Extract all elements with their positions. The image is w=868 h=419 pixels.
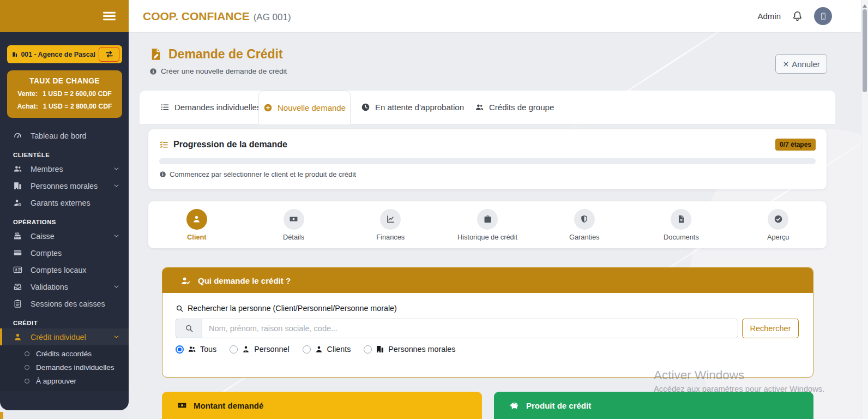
sidebar-item-credit-individuel[interactable]: Crédit individuel (0, 328, 129, 345)
search-label: Rechercher la personne (Client/Personnel… (188, 304, 397, 313)
filter-label: Personnel (254, 345, 289, 354)
tab-credits-de-groupe[interactable]: Crédits de groupe (475, 91, 554, 124)
tab-label: En attente d'approbation (375, 103, 464, 112)
step-garanties[interactable]: Garanties (536, 209, 633, 241)
product-card-header: Produit de crédit (494, 392, 813, 419)
sidebar-item-caisse[interactable]: Caisse (0, 228, 129, 244)
submenu-item-a-approuver[interactable]: À approuver (0, 374, 129, 388)
submenu-item-label: À approuver (36, 377, 76, 385)
inbox-check-icon (13, 282, 22, 291)
submenu-item-credits-accordes[interactable]: Crédits accordés (0, 347, 129, 361)
windows-watermark-subtitle: Accédez aux paramètres pour activer Wind… (654, 385, 824, 393)
step-client[interactable]: Client (148, 209, 245, 241)
radio-checked-icon[interactable] (176, 345, 184, 354)
sidebar-item-comptes[interactable]: Comptes (0, 244, 129, 261)
amount-card-title: Montant demandé (194, 401, 263, 410)
step-details[interactable]: Détails (245, 209, 342, 241)
step-label: Garanties (569, 233, 599, 241)
radio-icon[interactable] (230, 345, 238, 354)
info-icon (149, 68, 157, 75)
tab-en-attente-approbation[interactable]: En attente d'approbation (361, 91, 464, 124)
client-card-header: Qui demande le crédit ? (162, 268, 813, 293)
step-circle (671, 209, 691, 230)
cancel-button[interactable]: Annuler (775, 54, 827, 74)
scrollbar-thumb[interactable] (863, 9, 867, 92)
clipboard-icon (13, 299, 22, 308)
client-card-body: Rechercher la personne (Client/Personnel… (162, 293, 813, 354)
exchange-sell-label: Vente: (17, 90, 38, 98)
step-circle (768, 209, 788, 230)
tab-nouvelle-demande[interactable]: Nouvelle demande (258, 91, 351, 124)
product-card-title: Produit de crédit (526, 401, 591, 410)
bullet-icon (25, 365, 29, 370)
search-input-addon (176, 319, 202, 338)
banknote-icon (289, 214, 298, 224)
filter-personnel[interactable]: Personnel (230, 345, 289, 354)
filter-clients[interactable]: Clients (303, 345, 351, 354)
sidebar-item-sessions-caisses[interactable]: Sessions des caisses (0, 295, 129, 312)
scrollbar-up-arrow[interactable] (863, 2, 867, 8)
step-documents[interactable]: Documents (633, 209, 730, 241)
client-selection-card: Qui demande le crédit ? Rechercher la pe… (162, 267, 813, 378)
sidebar-active-indicator (0, 412, 3, 419)
sidebar-panel: 001 - Agence de Pascal TAUX DE CHANGE Ve… (0, 0, 129, 410)
sidebar-item-comptes-locaux[interactable]: Comptes locaux (0, 261, 129, 278)
exchange-buy-row: Achat: 1 USD = 2 800,00 CDF (10, 103, 119, 110)
switch-agency-button[interactable] (99, 47, 119, 62)
radio-icon[interactable] (364, 345, 372, 354)
filter-personnes-morales[interactable]: Personnes morales (364, 345, 455, 354)
agency-selector[interactable]: 001 - Agence de Pascal (7, 45, 122, 63)
file-icon (677, 214, 686, 224)
sidebar-item-validations[interactable]: Validations (0, 278, 129, 295)
tasks-icon (159, 140, 168, 149)
sidebar-item-membres[interactable]: Membres (0, 160, 129, 177)
exchange-sell-value: 1 USD = 2 600,00 CDF (43, 90, 112, 98)
sidebar: 001 - Agence de Pascal TAUX DE CHANGE Ve… (0, 0, 129, 419)
topbar: COOP. CONFIANCE(AG 001) Admin (129, 0, 868, 32)
search-input-group: Rechercher (176, 319, 799, 338)
cancel-label: Annuler (792, 59, 820, 69)
client-card-title: Qui demande le crédit ? (198, 276, 291, 285)
chevron-down-icon (113, 182, 120, 189)
sidebar-item-dashboard[interactable]: Tableau de bord (0, 127, 129, 144)
submenu-item-demandes-individuelles[interactable]: Demandes individuelles (0, 361, 129, 374)
sidebar-header (0, 0, 129, 32)
sidebar-section-clientele: CLIENTÈLE (0, 152, 129, 158)
user-menu[interactable]: Admin (757, 11, 781, 21)
avatar[interactable] (814, 7, 832, 25)
menu-icon[interactable] (102, 9, 117, 23)
radio-icon[interactable] (303, 345, 311, 354)
sidebar-item-garants-externes[interactable]: Garants externes (0, 194, 129, 211)
chevron-down-icon (113, 283, 120, 290)
step-label: Détails (283, 233, 304, 241)
brand-suffix: (AG 001) (254, 12, 291, 22)
users-icon (188, 345, 196, 354)
banknote-icon (177, 400, 187, 410)
search-input[interactable] (202, 319, 738, 338)
bell-icon[interactable] (792, 10, 803, 22)
step-label: Historique de crédit (457, 233, 517, 241)
progress-header: Progression de la demande 0/7 étapes (148, 129, 827, 151)
sidebar-item-label: Validations (31, 283, 68, 291)
step-circle (380, 209, 401, 230)
sidebar-item-label: Comptes (31, 249, 62, 258)
exchange-rate-title: TAUX DE CHANGE (10, 77, 119, 85)
step-finances[interactable]: Finances (342, 209, 439, 241)
user-icon (192, 214, 201, 224)
sidebar-item-personnes-morales[interactable]: Personnes morales (0, 177, 129, 194)
tab-demandes-individuelles[interactable]: Demandes individuelles (160, 91, 261, 124)
search-button[interactable]: Rechercher (742, 319, 799, 338)
page-header: Demande de Crédit (149, 47, 283, 62)
vertical-scrollbar[interactable] (861, 0, 868, 419)
step-apercu[interactable]: Aperçu (730, 209, 827, 241)
sidebar-item-label: Garants externes (31, 199, 91, 207)
filter-label: Clients (327, 345, 351, 354)
clock-icon (361, 103, 370, 112)
check-circle-icon (774, 214, 783, 224)
users-icon (475, 103, 484, 112)
filter-tous[interactable]: Tous (176, 345, 216, 354)
amount-card-header: Montant demandé (162, 392, 482, 419)
windows-watermark-title: Activer Windows (654, 368, 744, 382)
step-historique-credit[interactable]: Historique de crédit (439, 209, 536, 241)
step-circle (477, 209, 498, 230)
